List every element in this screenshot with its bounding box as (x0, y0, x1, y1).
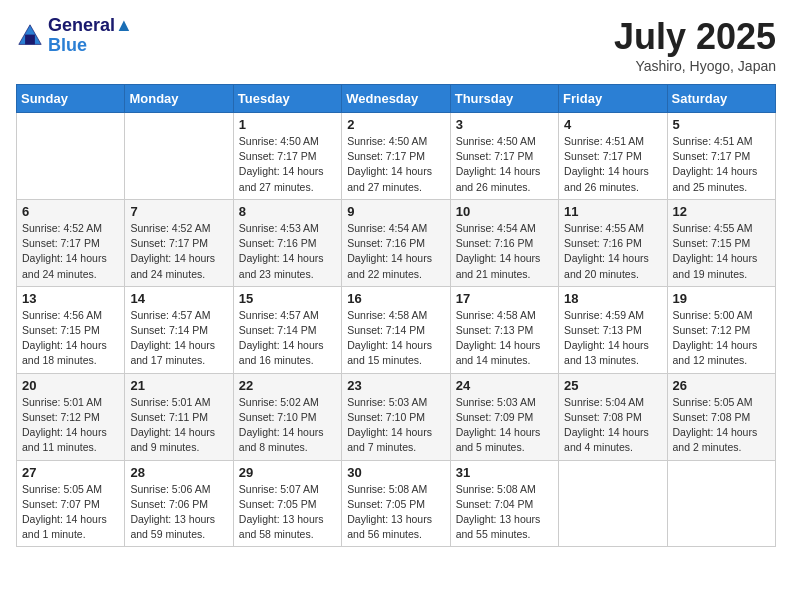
day-of-week-header: Sunday (17, 85, 125, 113)
day-info: Sunrise: 4:56 AM Sunset: 7:15 PM Dayligh… (22, 308, 119, 369)
calendar-cell: 1Sunrise: 4:50 AM Sunset: 7:17 PM Daylig… (233, 113, 341, 200)
day-info: Sunrise: 4:57 AM Sunset: 7:14 PM Dayligh… (239, 308, 336, 369)
logo: General▲ Blue (16, 16, 133, 56)
day-info: Sunrise: 5:05 AM Sunset: 7:08 PM Dayligh… (673, 395, 770, 456)
day-of-week-header: Monday (125, 85, 233, 113)
calendar-cell: 27Sunrise: 5:05 AM Sunset: 7:07 PM Dayli… (17, 460, 125, 547)
day-info: Sunrise: 4:54 AM Sunset: 7:16 PM Dayligh… (456, 221, 553, 282)
day-info: Sunrise: 5:07 AM Sunset: 7:05 PM Dayligh… (239, 482, 336, 543)
calendar-cell: 29Sunrise: 5:07 AM Sunset: 7:05 PM Dayli… (233, 460, 341, 547)
day-number: 9 (347, 204, 444, 219)
calendar-cell (667, 460, 775, 547)
calendar-cell (17, 113, 125, 200)
day-number: 18 (564, 291, 661, 306)
day-info: Sunrise: 5:04 AM Sunset: 7:08 PM Dayligh… (564, 395, 661, 456)
calendar-cell: 4Sunrise: 4:51 AM Sunset: 7:17 PM Daylig… (559, 113, 667, 200)
day-number: 6 (22, 204, 119, 219)
calendar-cell: 24Sunrise: 5:03 AM Sunset: 7:09 PM Dayli… (450, 373, 558, 460)
day-of-week-header: Wednesday (342, 85, 450, 113)
day-info: Sunrise: 4:55 AM Sunset: 7:16 PM Dayligh… (564, 221, 661, 282)
day-number: 28 (130, 465, 227, 480)
calendar-cell: 23Sunrise: 5:03 AM Sunset: 7:10 PM Dayli… (342, 373, 450, 460)
day-number: 30 (347, 465, 444, 480)
calendar-cell: 8Sunrise: 4:53 AM Sunset: 7:16 PM Daylig… (233, 199, 341, 286)
day-number: 14 (130, 291, 227, 306)
calendar-cell: 9Sunrise: 4:54 AM Sunset: 7:16 PM Daylig… (342, 199, 450, 286)
calendar-cell: 13Sunrise: 4:56 AM Sunset: 7:15 PM Dayli… (17, 286, 125, 373)
month-title: July 2025 (614, 16, 776, 58)
day-number: 17 (456, 291, 553, 306)
day-info: Sunrise: 4:58 AM Sunset: 7:14 PM Dayligh… (347, 308, 444, 369)
calendar-cell: 26Sunrise: 5:05 AM Sunset: 7:08 PM Dayli… (667, 373, 775, 460)
page-header: General▲ Blue July 2025 Yashiro, Hyogo, … (16, 16, 776, 74)
calendar-cell: 25Sunrise: 5:04 AM Sunset: 7:08 PM Dayli… (559, 373, 667, 460)
calendar-cell (125, 113, 233, 200)
calendar-cell: 7Sunrise: 4:52 AM Sunset: 7:17 PM Daylig… (125, 199, 233, 286)
day-info: Sunrise: 4:57 AM Sunset: 7:14 PM Dayligh… (130, 308, 227, 369)
location: Yashiro, Hyogo, Japan (614, 58, 776, 74)
title-block: July 2025 Yashiro, Hyogo, Japan (614, 16, 776, 74)
day-info: Sunrise: 5:08 AM Sunset: 7:04 PM Dayligh… (456, 482, 553, 543)
day-info: Sunrise: 4:50 AM Sunset: 7:17 PM Dayligh… (347, 134, 444, 195)
day-info: Sunrise: 5:01 AM Sunset: 7:11 PM Dayligh… (130, 395, 227, 456)
day-number: 10 (456, 204, 553, 219)
calendar-cell: 14Sunrise: 4:57 AM Sunset: 7:14 PM Dayli… (125, 286, 233, 373)
calendar-cell: 5Sunrise: 4:51 AM Sunset: 7:17 PM Daylig… (667, 113, 775, 200)
day-of-week-header: Thursday (450, 85, 558, 113)
day-info: Sunrise: 5:03 AM Sunset: 7:10 PM Dayligh… (347, 395, 444, 456)
day-number: 26 (673, 378, 770, 393)
calendar-cell: 2Sunrise: 4:50 AM Sunset: 7:17 PM Daylig… (342, 113, 450, 200)
calendar-week-row: 6Sunrise: 4:52 AM Sunset: 7:17 PM Daylig… (17, 199, 776, 286)
day-info: Sunrise: 4:51 AM Sunset: 7:17 PM Dayligh… (673, 134, 770, 195)
calendar-header-row: SundayMondayTuesdayWednesdayThursdayFrid… (17, 85, 776, 113)
day-info: Sunrise: 5:08 AM Sunset: 7:05 PM Dayligh… (347, 482, 444, 543)
day-number: 4 (564, 117, 661, 132)
day-info: Sunrise: 4:50 AM Sunset: 7:17 PM Dayligh… (456, 134, 553, 195)
logo-icon (16, 22, 44, 50)
calendar-cell: 21Sunrise: 5:01 AM Sunset: 7:11 PM Dayli… (125, 373, 233, 460)
day-number: 29 (239, 465, 336, 480)
svg-rect-2 (25, 34, 35, 44)
day-number: 8 (239, 204, 336, 219)
calendar-cell: 16Sunrise: 4:58 AM Sunset: 7:14 PM Dayli… (342, 286, 450, 373)
day-info: Sunrise: 4:58 AM Sunset: 7:13 PM Dayligh… (456, 308, 553, 369)
calendar-cell: 17Sunrise: 4:58 AM Sunset: 7:13 PM Dayli… (450, 286, 558, 373)
day-number: 27 (22, 465, 119, 480)
day-info: Sunrise: 5:05 AM Sunset: 7:07 PM Dayligh… (22, 482, 119, 543)
day-number: 31 (456, 465, 553, 480)
calendar-cell (559, 460, 667, 547)
calendar-cell: 10Sunrise: 4:54 AM Sunset: 7:16 PM Dayli… (450, 199, 558, 286)
day-number: 15 (239, 291, 336, 306)
day-number: 24 (456, 378, 553, 393)
day-info: Sunrise: 5:03 AM Sunset: 7:09 PM Dayligh… (456, 395, 553, 456)
calendar-table: SundayMondayTuesdayWednesdayThursdayFrid… (16, 84, 776, 547)
calendar-week-row: 1Sunrise: 4:50 AM Sunset: 7:17 PM Daylig… (17, 113, 776, 200)
day-number: 2 (347, 117, 444, 132)
calendar-cell: 22Sunrise: 5:02 AM Sunset: 7:10 PM Dayli… (233, 373, 341, 460)
calendar-week-row: 20Sunrise: 5:01 AM Sunset: 7:12 PM Dayli… (17, 373, 776, 460)
calendar-cell: 19Sunrise: 5:00 AM Sunset: 7:12 PM Dayli… (667, 286, 775, 373)
day-number: 23 (347, 378, 444, 393)
day-info: Sunrise: 4:54 AM Sunset: 7:16 PM Dayligh… (347, 221, 444, 282)
calendar-cell: 11Sunrise: 4:55 AM Sunset: 7:16 PM Dayli… (559, 199, 667, 286)
calendar-cell: 28Sunrise: 5:06 AM Sunset: 7:06 PM Dayli… (125, 460, 233, 547)
day-number: 13 (22, 291, 119, 306)
day-number: 7 (130, 204, 227, 219)
calendar-cell: 3Sunrise: 4:50 AM Sunset: 7:17 PM Daylig… (450, 113, 558, 200)
day-number: 25 (564, 378, 661, 393)
day-of-week-header: Friday (559, 85, 667, 113)
day-number: 19 (673, 291, 770, 306)
day-of-week-header: Tuesday (233, 85, 341, 113)
day-info: Sunrise: 4:50 AM Sunset: 7:17 PM Dayligh… (239, 134, 336, 195)
day-number: 11 (564, 204, 661, 219)
day-number: 12 (673, 204, 770, 219)
day-number: 20 (22, 378, 119, 393)
day-info: Sunrise: 5:01 AM Sunset: 7:12 PM Dayligh… (22, 395, 119, 456)
calendar-cell: 20Sunrise: 5:01 AM Sunset: 7:12 PM Dayli… (17, 373, 125, 460)
day-of-week-header: Saturday (667, 85, 775, 113)
calendar-cell: 30Sunrise: 5:08 AM Sunset: 7:05 PM Dayli… (342, 460, 450, 547)
day-number: 16 (347, 291, 444, 306)
day-info: Sunrise: 4:52 AM Sunset: 7:17 PM Dayligh… (130, 221, 227, 282)
calendar-week-row: 27Sunrise: 5:05 AM Sunset: 7:07 PM Dayli… (17, 460, 776, 547)
day-info: Sunrise: 4:52 AM Sunset: 7:17 PM Dayligh… (22, 221, 119, 282)
